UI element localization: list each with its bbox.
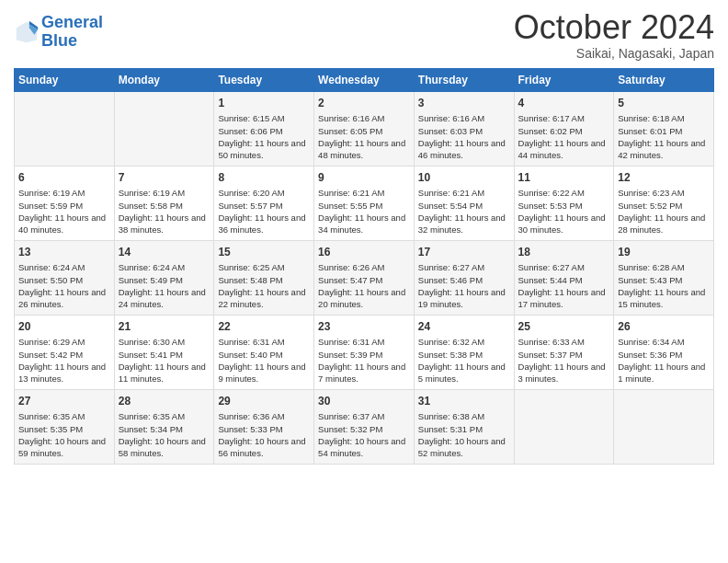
weekday-header-tuesday: Tuesday	[214, 68, 314, 91]
day-number: 9	[318, 170, 410, 186]
cell-content: Sunrise: 6:18 AM Sunset: 6:01 PM Dayligh…	[618, 112, 710, 161]
day-number: 21	[119, 319, 210, 335]
logo-icon	[14, 19, 40, 45]
calendar-cell	[514, 389, 614, 464]
cell-content: Sunrise: 6:17 AM Sunset: 6:02 PM Dayligh…	[518, 112, 610, 161]
calendar-week-row: 13Sunrise: 6:24 AM Sunset: 5:50 PM Dayli…	[15, 240, 714, 315]
day-number: 10	[418, 170, 510, 186]
cell-content: Sunrise: 6:38 AM Sunset: 5:31 PM Dayligh…	[418, 410, 510, 459]
calendar-cell: 21Sunrise: 6:30 AM Sunset: 5:41 PM Dayli…	[114, 315, 214, 389]
calendar-cell: 18Sunrise: 6:27 AM Sunset: 5:44 PM Dayli…	[514, 240, 614, 315]
calendar-cell: 30Sunrise: 6:37 AM Sunset: 5:32 PM Dayli…	[314, 389, 415, 464]
cell-content: Sunrise: 6:16 AM Sunset: 6:03 PM Dayligh…	[418, 112, 510, 161]
calendar-cell: 15Sunrise: 6:25 AM Sunset: 5:48 PM Dayli…	[214, 240, 314, 315]
cell-content: Sunrise: 6:31 AM Sunset: 5:40 PM Dayligh…	[218, 336, 310, 385]
day-number: 17	[418, 245, 510, 260]
calendar-cell: 17Sunrise: 6:27 AM Sunset: 5:46 PM Dayli…	[414, 240, 514, 315]
day-number: 16	[318, 245, 410, 260]
weekday-header-thursday: Thursday	[414, 68, 514, 91]
day-number: 12	[618, 170, 710, 186]
day-number: 22	[218, 319, 310, 335]
day-number: 13	[18, 245, 110, 260]
day-number: 14	[119, 245, 210, 260]
day-number: 24	[418, 319, 510, 335]
calendar-header: SundayMondayTuesdayWednesdayThursdayFrid…	[15, 68, 714, 91]
weekday-header-monday: Monday	[114, 68, 214, 91]
calendar-cell: 14Sunrise: 6:24 AM Sunset: 5:49 PM Dayli…	[114, 240, 214, 315]
calendar-cell: 24Sunrise: 6:32 AM Sunset: 5:38 PM Dayli…	[414, 315, 514, 389]
day-number: 30	[318, 394, 410, 409]
day-number: 4	[518, 96, 610, 111]
cell-content: Sunrise: 6:26 AM Sunset: 5:47 PM Dayligh…	[318, 261, 410, 310]
calendar-cell: 9Sunrise: 6:21 AM Sunset: 5:55 PM Daylig…	[314, 166, 415, 240]
calendar-week-row: 1Sunrise: 6:15 AM Sunset: 6:06 PM Daylig…	[15, 91, 714, 166]
cell-content: Sunrise: 6:27 AM Sunset: 5:44 PM Dayligh…	[518, 261, 610, 310]
cell-content: Sunrise: 6:34 AM Sunset: 5:36 PM Dayligh…	[618, 336, 710, 385]
day-number: 23	[318, 319, 410, 335]
calendar-week-row: 27Sunrise: 6:35 AM Sunset: 5:35 PM Dayli…	[15, 389, 714, 464]
day-number: 7	[119, 170, 210, 186]
cell-content: Sunrise: 6:25 AM Sunset: 5:48 PM Dayligh…	[218, 261, 310, 310]
weekday-row: SundayMondayTuesdayWednesdayThursdayFrid…	[15, 68, 714, 91]
cell-content: Sunrise: 6:35 AM Sunset: 5:35 PM Dayligh…	[18, 410, 110, 459]
month-title: October 2024	[514, 9, 714, 46]
calendar-cell: 2Sunrise: 6:16 AM Sunset: 6:05 PM Daylig…	[314, 91, 415, 166]
location-subtitle: Saikai, Nagasaki, Japan	[514, 46, 714, 61]
day-number: 15	[218, 245, 310, 260]
calendar-cell: 13Sunrise: 6:24 AM Sunset: 5:50 PM Dayli…	[15, 240, 115, 315]
page-header: General Blue October 2024 Saikai, Nagasa…	[14, 9, 714, 61]
day-number: 25	[518, 319, 610, 335]
calendar-cell: 16Sunrise: 6:26 AM Sunset: 5:47 PM Dayli…	[314, 240, 415, 315]
calendar-cell: 5Sunrise: 6:18 AM Sunset: 6:01 PM Daylig…	[614, 91, 714, 166]
cell-content: Sunrise: 6:32 AM Sunset: 5:38 PM Dayligh…	[418, 336, 510, 385]
calendar-cell: 28Sunrise: 6:35 AM Sunset: 5:34 PM Dayli…	[114, 389, 214, 464]
day-number: 11	[518, 170, 610, 186]
cell-content: Sunrise: 6:22 AM Sunset: 5:53 PM Dayligh…	[518, 187, 610, 236]
weekday-header-wednesday: Wednesday	[314, 68, 415, 91]
cell-content: Sunrise: 6:30 AM Sunset: 5:41 PM Dayligh…	[119, 336, 210, 385]
calendar-cell: 3Sunrise: 6:16 AM Sunset: 6:03 PM Daylig…	[414, 91, 514, 166]
calendar-cell	[114, 91, 214, 166]
day-number: 28	[119, 394, 210, 409]
cell-content: Sunrise: 6:23 AM Sunset: 5:52 PM Dayligh…	[618, 187, 710, 236]
cell-content: Sunrise: 6:21 AM Sunset: 5:54 PM Dayligh…	[418, 187, 510, 236]
calendar-cell	[614, 389, 714, 464]
title-block: October 2024 Saikai, Nagasaki, Japan	[514, 9, 714, 61]
calendar-week-row: 20Sunrise: 6:29 AM Sunset: 5:42 PM Dayli…	[15, 315, 714, 389]
calendar-cell: 19Sunrise: 6:28 AM Sunset: 5:43 PM Dayli…	[614, 240, 714, 315]
calendar-cell	[15, 91, 115, 166]
day-number: 1	[218, 96, 310, 111]
calendar-cell: 7Sunrise: 6:19 AM Sunset: 5:58 PM Daylig…	[114, 166, 214, 240]
day-number: 3	[418, 96, 510, 111]
calendar-cell: 25Sunrise: 6:33 AM Sunset: 5:37 PM Dayli…	[514, 315, 614, 389]
calendar-cell: 23Sunrise: 6:31 AM Sunset: 5:39 PM Dayli…	[314, 315, 415, 389]
day-number: 18	[518, 245, 610, 260]
cell-content: Sunrise: 6:19 AM Sunset: 5:58 PM Dayligh…	[119, 187, 210, 236]
cell-content: Sunrise: 6:29 AM Sunset: 5:42 PM Dayligh…	[18, 336, 110, 385]
weekday-header-friday: Friday	[514, 68, 614, 91]
calendar-body: 1Sunrise: 6:15 AM Sunset: 6:06 PM Daylig…	[15, 91, 714, 464]
cell-content: Sunrise: 6:28 AM Sunset: 5:43 PM Dayligh…	[618, 261, 710, 310]
cell-content: Sunrise: 6:24 AM Sunset: 5:49 PM Dayligh…	[119, 261, 210, 310]
logo-text: General Blue	[41, 14, 103, 51]
cell-content: Sunrise: 6:31 AM Sunset: 5:39 PM Dayligh…	[318, 336, 410, 385]
calendar-cell: 26Sunrise: 6:34 AM Sunset: 5:36 PM Dayli…	[614, 315, 714, 389]
day-number: 2	[318, 96, 410, 111]
calendar-table: SundayMondayTuesdayWednesdayThursdayFrid…	[14, 68, 714, 465]
cell-content: Sunrise: 6:27 AM Sunset: 5:46 PM Dayligh…	[418, 261, 510, 310]
calendar-cell: 1Sunrise: 6:15 AM Sunset: 6:06 PM Daylig…	[214, 91, 314, 166]
calendar-cell: 8Sunrise: 6:20 AM Sunset: 5:57 PM Daylig…	[214, 166, 314, 240]
logo-line1: General	[41, 13, 103, 31]
calendar-week-row: 6Sunrise: 6:19 AM Sunset: 5:59 PM Daylig…	[15, 166, 714, 240]
weekday-header-sunday: Sunday	[15, 68, 115, 91]
day-number: 19	[618, 245, 710, 260]
calendar-cell: 20Sunrise: 6:29 AM Sunset: 5:42 PM Dayli…	[15, 315, 115, 389]
calendar-cell: 4Sunrise: 6:17 AM Sunset: 6:02 PM Daylig…	[514, 91, 614, 166]
cell-content: Sunrise: 6:24 AM Sunset: 5:50 PM Dayligh…	[18, 261, 110, 310]
day-number: 8	[218, 170, 310, 186]
cell-content: Sunrise: 6:21 AM Sunset: 5:55 PM Dayligh…	[318, 187, 410, 236]
calendar-cell: 27Sunrise: 6:35 AM Sunset: 5:35 PM Dayli…	[15, 389, 115, 464]
logo: General Blue	[14, 14, 103, 51]
logo-line2: Blue	[41, 31, 77, 50]
day-number: 20	[18, 319, 110, 335]
